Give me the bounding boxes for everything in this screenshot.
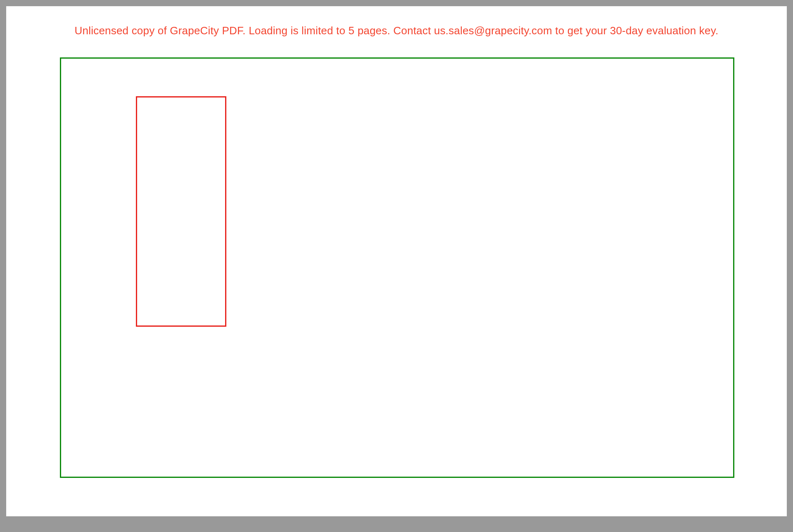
red-outline-rectangle — [136, 96, 226, 327]
pdf-page: Unlicensed copy of GrapeCity PDF. Loadin… — [6, 6, 787, 516]
license-warning-text: Unlicensed copy of GrapeCity PDF. Loadin… — [6, 6, 787, 37]
